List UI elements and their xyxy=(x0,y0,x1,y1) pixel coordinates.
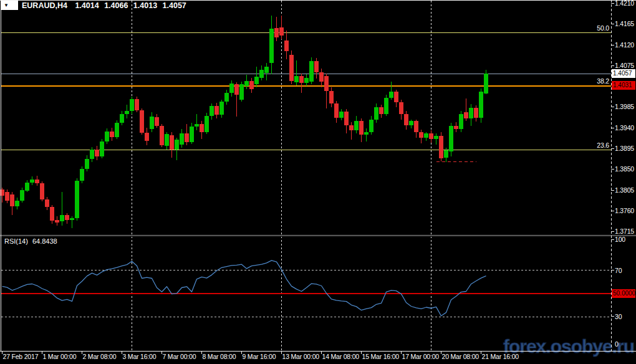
candle-body xyxy=(170,135,174,150)
main-chart-area[interactable] xyxy=(1,1,611,235)
candle-body xyxy=(364,132,369,135)
price-tick-label: 1.3985 xyxy=(615,103,634,110)
candle-body xyxy=(304,78,309,83)
candle-body xyxy=(45,199,49,208)
candle-body xyxy=(449,126,453,151)
candle-body xyxy=(379,107,383,114)
time-tick-label: 21 Mar 16:00 xyxy=(482,353,519,360)
bid-price-tag: 1.4057 xyxy=(612,69,635,78)
candle-body xyxy=(20,190,24,200)
fib-level-label: 23.6 xyxy=(597,141,609,149)
chart-canvas[interactable]: 50.038.223.6 1.42101.41651.41201.40751.3… xyxy=(0,0,636,364)
candle-body xyxy=(289,55,294,81)
candle-body xyxy=(309,61,314,82)
chart-title-bar: EURAUD,H4 1.4014 1.4066 1.4013 1.4057 xyxy=(22,1,186,10)
candle-body xyxy=(125,111,129,113)
candle-body xyxy=(239,84,244,99)
time-tick-label: 13 Mar 00:00 xyxy=(282,353,320,360)
candle-body xyxy=(10,194,14,206)
time-tick-label: 7 Mar 00:00 xyxy=(163,353,196,360)
time-scale[interactable]: 27 Feb 20171 Mar 00:002 Mar 08:003 Mar 1… xyxy=(2,351,519,360)
candle-body xyxy=(219,102,224,115)
candle-body xyxy=(374,107,378,120)
candle-body xyxy=(140,110,144,133)
time-tick-label: 15 Mar 16:00 xyxy=(362,353,400,360)
rsi-scale-label: 30 xyxy=(615,313,622,320)
candle-body xyxy=(269,29,274,63)
candle-body xyxy=(259,70,264,78)
time-tick-label: 3 Mar 16:00 xyxy=(123,353,157,360)
candle-body xyxy=(210,106,214,116)
candle-body xyxy=(105,132,109,141)
time-tick-label: 20 Mar 08:00 xyxy=(442,353,479,360)
price-tick-label: 1.4210 xyxy=(615,0,634,7)
candle-body xyxy=(160,126,164,145)
candle-body xyxy=(35,180,39,183)
candle-body xyxy=(80,169,84,181)
rsi-scale-label: 0 xyxy=(615,340,619,348)
candle-body xyxy=(249,81,254,89)
fibonacci-retracement[interactable]: 50.038.223.6 xyxy=(1,24,611,150)
time-tick-label: 1 Mar 00:00 xyxy=(43,353,77,360)
candle-body xyxy=(90,150,94,160)
candle-body xyxy=(264,67,269,73)
ohlc-low: 1.4013 xyxy=(133,1,157,10)
candle-body xyxy=(65,215,69,219)
candle-body xyxy=(155,117,159,126)
candle-body xyxy=(369,120,373,133)
candle-body xyxy=(75,181,79,218)
price-tick-label: 1.3895 xyxy=(615,145,634,152)
candle-body xyxy=(50,207,54,221)
candle-body xyxy=(284,41,289,51)
rsi-mid-level-tag: 50.0000 xyxy=(612,289,635,298)
candle-body xyxy=(319,72,324,82)
candle-body xyxy=(469,108,473,118)
candle-body xyxy=(454,126,458,129)
time-tick-label: 8 Mar 08:00 xyxy=(203,353,236,360)
price-scale-area[interactable] xyxy=(612,0,636,351)
candle-body xyxy=(85,159,89,169)
fib-level-label: 38.2 xyxy=(597,77,609,85)
candle-body xyxy=(329,91,334,104)
rsi-scale-label: 70 xyxy=(615,267,622,274)
price-lines xyxy=(1,74,611,162)
candle-body xyxy=(384,98,388,114)
candle-body xyxy=(314,61,319,73)
candle-body xyxy=(130,99,134,111)
mt4-chart-window: forex.osobye.ru 50.038.223.6 1.42101.416… xyxy=(0,0,636,364)
price-tick-label: 1.3805 xyxy=(615,186,634,194)
candle-body xyxy=(205,116,209,133)
candle-body xyxy=(30,180,34,183)
candle-body xyxy=(150,117,154,129)
price-tick-label: 1.3760 xyxy=(615,207,634,214)
candle-body xyxy=(389,92,393,98)
rsi-line xyxy=(2,261,486,316)
candle-body xyxy=(5,192,9,200)
time-tick-label: 17 Mar 00:00 xyxy=(402,353,440,360)
candle-body xyxy=(185,133,189,141)
candle-body xyxy=(100,141,104,156)
candle-body xyxy=(434,136,438,138)
chart-frame xyxy=(0,0,636,352)
candle-body xyxy=(190,127,194,142)
price-tick-label: 1.4165 xyxy=(615,20,634,27)
candle-body xyxy=(409,121,413,125)
price-tick-label: 1.4075 xyxy=(615,62,634,69)
candle-body xyxy=(95,150,99,156)
candle-body xyxy=(394,92,398,102)
candle-body xyxy=(404,114,408,126)
price-tick-label: 1.3715 xyxy=(615,228,634,235)
price-tick-label: 1.4120 xyxy=(615,41,634,49)
rsi-subwindow xyxy=(1,261,611,317)
time-tick-label: 14 Mar 08:00 xyxy=(322,353,360,360)
candle-body xyxy=(484,74,488,93)
candle-body xyxy=(135,99,139,110)
time-tick-label: 2 Mar 08:00 xyxy=(83,353,117,360)
candle-body xyxy=(145,133,149,141)
candle-body xyxy=(419,132,423,138)
ohlc-high: 1.4066 xyxy=(104,1,128,10)
candle-body xyxy=(439,136,443,158)
candle-body xyxy=(234,84,239,94)
candle-body xyxy=(464,112,468,118)
symbol-dropdown-button[interactable]: ▼ xyxy=(1,1,18,10)
